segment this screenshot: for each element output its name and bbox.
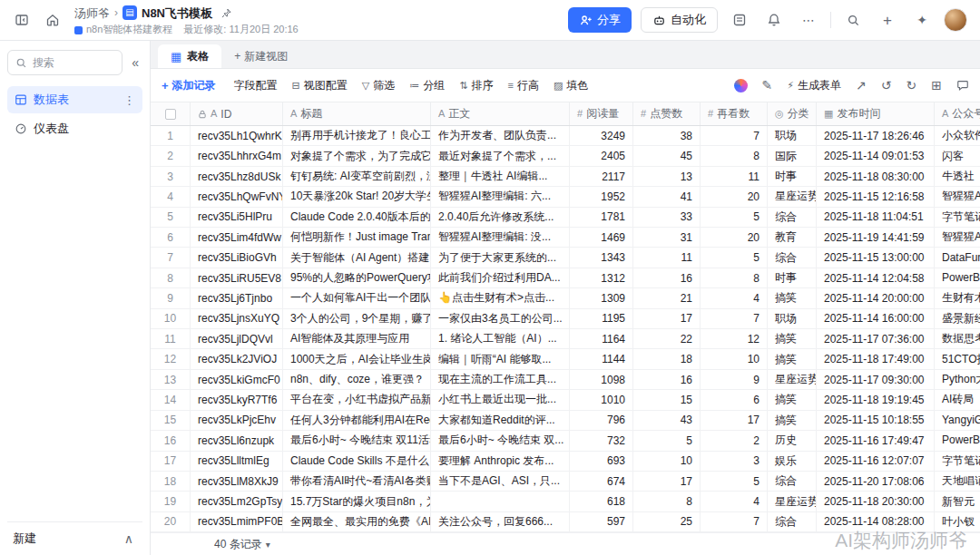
cell-id[interactable]: recv35LkiGmcF0 <box>191 370 283 389</box>
column-header-id[interactable]: A ID <box>191 102 283 125</box>
cell-account[interactable]: 生财有术 <box>935 288 980 307</box>
cell-again[interactable]: 10 <box>701 349 768 368</box>
cell-again[interactable]: 9 <box>701 370 768 389</box>
cell-id[interactable]: recv35LiRU5EV8 <box>191 268 283 287</box>
column-header-title[interactable]: A标题 <box>283 102 431 125</box>
cell-body[interactable]: 要理解 Anthropic 发布... <box>431 452 570 471</box>
filter-button[interactable]: ▽筛选 <box>362 78 395 93</box>
cell-id[interactable]: recv35Lm2GpTsy <box>191 492 283 511</box>
cell-title[interactable]: 95%的人忽略的PowerQuery功能:... <box>283 268 431 287</box>
cell-category[interactable]: 搞笑 <box>768 411 817 430</box>
cell-reads[interactable]: 618 <box>570 492 633 511</box>
search-input[interactable]: 搜索 <box>7 50 122 75</box>
cell-date[interactable]: 2025-11-14 12:04:58 <box>817 268 935 287</box>
chevron-up-icon[interactable]: ∧ <box>121 530 137 548</box>
cell-title[interactable]: 一个人如何靠AI干出一个团队的活？... <box>283 288 431 307</box>
cell-reads[interactable]: 693 <box>570 452 633 471</box>
cell-body[interactable]: 作为开发者、团队负责... <box>431 126 570 145</box>
table-row[interactable]: 3recv35Lhz8dUSk钉钉易统: AI变革空前剧烈，没有企...整理｜牛… <box>151 167 980 187</box>
cell-category[interactable]: 星座运势 <box>768 187 817 206</box>
cell-row-number[interactable]: 11 <box>151 329 191 348</box>
cell-reads[interactable]: 1781 <box>570 208 633 227</box>
cell-id[interactable]: recv35LkPjcEhv <box>191 411 283 430</box>
cell-likes[interactable]: 41 <box>633 187 701 206</box>
cell-reads[interactable]: 3249 <box>570 126 633 145</box>
cell-body[interactable]: 1. 绪论人工智能（AI）... <box>431 329 570 348</box>
ai-gradient-icon[interactable] <box>734 79 748 92</box>
column-header-likes[interactable]: #点赞数 <box>633 102 701 125</box>
cell-reads[interactable]: 597 <box>570 512 633 531</box>
cell-account[interactable]: PowerBI星... <box>935 268 980 287</box>
cell-id[interactable]: recv35LhQwFvNY <box>191 187 283 206</box>
cell-category[interactable]: 综合 <box>768 512 817 531</box>
breadcrumb-root[interactable]: 汤师爷 <box>74 6 110 21</box>
widget-grid-icon[interactable]: ⊞ <box>931 79 942 92</box>
ai-assistant-button[interactable]: ✦ <box>909 7 935 33</box>
cell-date[interactable]: 2025-11-17 18:26:46 <box>817 126 935 145</box>
cell-id[interactable]: recv35LlltmlEg <box>191 452 283 471</box>
cell-likes[interactable]: 8 <box>633 492 701 511</box>
cell-date[interactable]: 2025-11-18 20:30:00 <box>817 492 935 511</box>
cell-reads[interactable]: 1309 <box>570 288 633 307</box>
cell-category[interactable]: 搞笑 <box>768 329 817 348</box>
column-header-body[interactable]: A正文 <box>431 102 570 125</box>
table-row[interactable]: 10recv35LjnsXuYQ3个人的公司，9个星期，赚了700万一家仅由3名… <box>151 309 980 329</box>
automation-button[interactable]: 自动化 <box>641 7 718 33</box>
cell-again[interactable]: 4 <box>701 492 768 511</box>
cell-row-number[interactable]: 9 <box>151 288 191 307</box>
cell-again[interactable]: 5 <box>701 208 768 227</box>
cell-again[interactable]: 8 <box>701 146 768 165</box>
cell-title[interactable]: AI智能体及其原理与应用 <box>283 329 431 348</box>
row-height-button[interactable]: ≡行高 <box>508 78 539 93</box>
cell-body[interactable]: 大家都知道Reddit的评... <box>431 411 570 430</box>
cell-likes[interactable]: 15 <box>633 390 701 409</box>
cell-again[interactable]: 17 <box>701 411 768 430</box>
cell-category[interactable]: 时事 <box>768 167 817 186</box>
tab-grid-view[interactable]: ▦ 表格 <box>158 44 221 68</box>
cell-title[interactable]: 任何人3分钟都能利用AI在Reddit完... <box>283 411 431 430</box>
cell-row-number[interactable]: 2 <box>151 146 191 165</box>
cell-category[interactable]: 星座运势 <box>768 370 817 389</box>
view-config-button[interactable]: ⊟视图配置 <box>292 78 348 93</box>
cell-id[interactable]: recv35LkyR7Tf6 <box>191 390 283 409</box>
table-row[interactable]: 11recv35LjlDQVvlAI智能体及其原理与应用1. 绪论人工智能（AI… <box>151 329 980 349</box>
cell-date[interactable]: 2025-11-17 07:36:00 <box>817 329 935 348</box>
cell-category[interactable]: 星座运势 <box>768 492 817 511</box>
sort-button[interactable]: ⇅排序 <box>459 78 493 93</box>
document-title[interactable]: N8N飞书模板 <box>142 6 212 21</box>
cell-again[interactable]: 5 <box>701 472 768 491</box>
cell-reads[interactable]: 1098 <box>570 370 633 389</box>
cell-body[interactable]: 智猩猩AI整理编辑: 六... <box>431 187 570 206</box>
cell-date[interactable]: 2025-11-14 08:28:00 <box>817 512 935 531</box>
cell-account[interactable]: 字节笔记本 <box>935 452 980 471</box>
table-row[interactable]: 1recv35Lh1QwhrK别再用手机计接龙了！良心工具已...作为开发者、团… <box>151 126 980 146</box>
cell-id[interactable]: recv35Li5HlPru <box>191 208 283 227</box>
cell-account[interactable]: 字节笔记本 <box>935 208 980 227</box>
cell-body[interactable]: 此前我们介绍过利用DA... <box>431 268 570 287</box>
cell-again[interactable]: 20 <box>701 228 768 247</box>
cell-account[interactable]: 数据思考笔... <box>935 329 980 348</box>
cell-id[interactable]: recv35LjnsXuYQ <box>191 309 283 328</box>
cell-date[interactable]: 2025-11-15 13:00:00 <box>817 248 935 267</box>
cell-account[interactable]: 盛景新经济... <box>935 309 980 328</box>
cell-again[interactable]: 20 <box>701 187 768 206</box>
cell-date[interactable]: 2025-11-18 17:49:00 <box>817 349 935 368</box>
cell-date[interactable]: 2025-11-14 20:00:00 <box>817 288 935 307</box>
cell-likes[interactable]: 10 <box>633 452 701 471</box>
cell-account[interactable]: 智猩猩AI <box>935 228 980 247</box>
cell-likes[interactable]: 5 <box>633 431 701 450</box>
cell-again[interactable]: 7 <box>701 126 768 145</box>
undo-icon[interactable]: ↺ <box>881 79 892 92</box>
cell-id[interactable]: recv35Lk2JViOJ <box>191 349 283 368</box>
cell-body[interactable]: 👆点击生财有术>点击... <box>431 288 570 307</box>
cell-title[interactable]: 何恺明新作！Just image Transfor... <box>283 228 431 247</box>
cell-date[interactable]: 2025-11-18 11:04:51 <box>817 208 935 227</box>
cell-date[interactable]: 2025-11-15 12:16:58 <box>817 187 935 206</box>
caret-down-icon[interactable]: ▾ <box>266 540 270 550</box>
cell-account[interactable]: 51CTO技术... <box>935 349 980 368</box>
table-row[interactable]: 15recv35LkPjcEhv任何人3分钟都能利用AI在Reddit完...大… <box>151 411 980 431</box>
cell-id[interactable]: recv35Lhz8dUSk <box>191 167 283 186</box>
table-row[interactable]: 20recv35LmimPF0B全网最全、最实用的免费《AI学习路...关注公众… <box>151 512 980 532</box>
table-row[interactable]: 19recv35Lm2GpTsy15.7万Star的爆火项目n8n，为何大...… <box>151 492 980 511</box>
sidebar-item-data-tables[interactable]: 数据表 ⋮ <box>7 86 142 113</box>
